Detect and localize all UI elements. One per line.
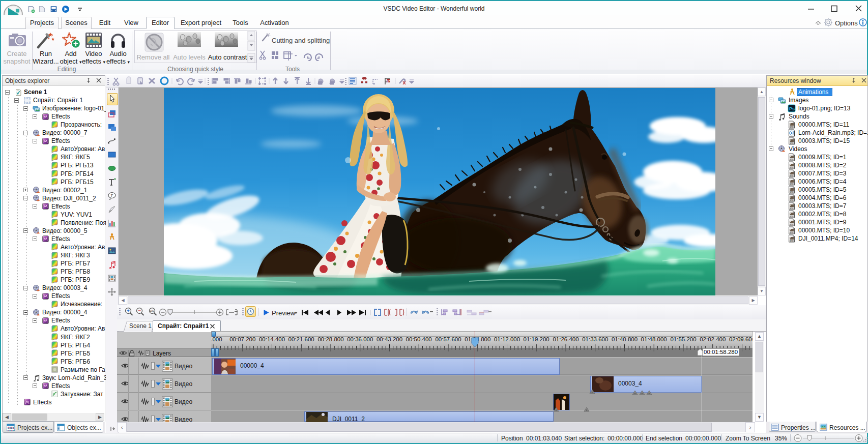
svg-text:MTS: MTS: [790, 224, 793, 226]
svg-text:MTS: MTS: [790, 208, 793, 210]
svg-text:MTS: MTS: [790, 183, 793, 185]
svg-text:02:09.600: 02:09.600: [729, 336, 753, 342]
svg-text:MTS: MTS: [790, 240, 793, 242]
svg-text:00:57.600: 00:57.600: [435, 336, 461, 342]
svg-text:Ps: Ps: [789, 106, 795, 111]
svg-text:00:28.800: 00:28.800: [317, 336, 343, 342]
svg-text:00.000: 00.000: [211, 336, 222, 342]
svg-text:01:33.600: 01:33.600: [582, 336, 608, 342]
svg-text:02:02.400: 02:02.400: [700, 336, 726, 342]
svg-text:00:50.400: 00:50.400: [406, 336, 432, 342]
svg-text:01:55.200: 01:55.200: [670, 336, 696, 342]
svg-text:MTS: MTS: [790, 167, 793, 169]
svg-text:100: 100: [150, 309, 155, 312]
svg-text:01:40.800: 01:40.800: [612, 336, 638, 342]
svg-text:MTS: MTS: [790, 191, 793, 193]
svg-text:01:12.000: 01:12.000: [494, 336, 520, 342]
svg-text:01:26.400: 01:26.400: [553, 336, 578, 342]
svg-text:00:21.600: 00:21.600: [288, 336, 314, 342]
svg-text:P: P: [387, 79, 390, 83]
svg-text:00:36.000: 00:36.000: [347, 336, 373, 342]
svg-text:01:19.200: 01:19.200: [524, 336, 549, 342]
svg-text:MTS: MTS: [790, 175, 793, 177]
svg-text:MTS: MTS: [790, 199, 793, 201]
svg-text:MTS: MTS: [790, 232, 793, 234]
svg-text:MTS: MTS: [790, 142, 793, 144]
svg-text:00:43.200: 00:43.200: [377, 336, 402, 342]
svg-text:00:14.400: 00:14.400: [259, 336, 285, 342]
svg-text:MTS: MTS: [790, 126, 793, 128]
svg-text:MTS: MTS: [790, 216, 793, 218]
svg-text:MTS: MTS: [790, 159, 793, 161]
svg-text:00:07.200: 00:07.200: [229, 336, 255, 342]
svg-text:01:48.000: 01:48.000: [641, 336, 667, 342]
